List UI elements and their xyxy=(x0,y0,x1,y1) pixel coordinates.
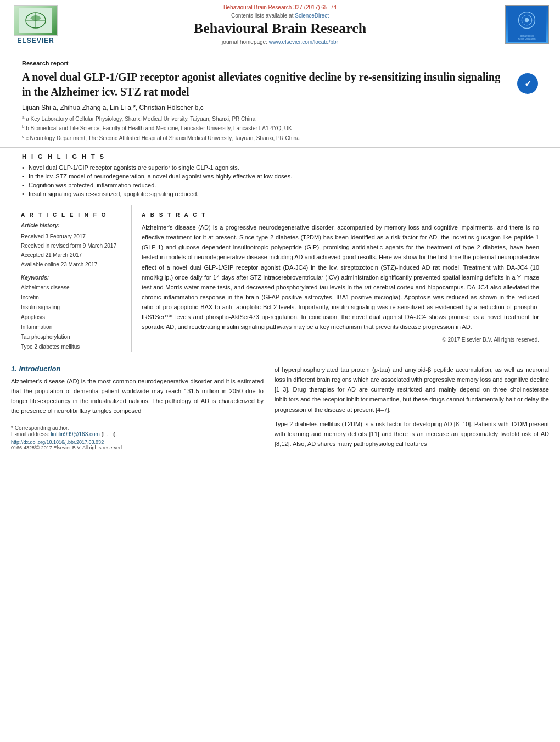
keyword-7: Type 2 diabetes mellitus xyxy=(21,342,123,352)
svg-text:Behavioural: Behavioural xyxy=(520,35,534,37)
footnote-area: * Corresponding author. E-mail address: … xyxy=(11,422,264,450)
article-info-column: A R T I C L E I N F O Article history: R… xyxy=(11,205,132,352)
intro-right-column: of hyperphosphorylated tau protein (p-ta… xyxy=(275,365,549,453)
crossmark-icon: ✓ xyxy=(524,79,531,89)
homepage-link[interactable]: www.elsevier.com/locate/bbr xyxy=(269,39,338,45)
affiliations-list: a a Key Laboratory of Cellular Physiolog… xyxy=(22,114,538,143)
intro-paragraph-1: Alzheimer's disease (AD) is the most com… xyxy=(11,376,264,416)
email-address[interactable]: linlilin999@163.com xyxy=(51,431,100,437)
highlight-item-4: Insulin signaling was re-sensitized, apo… xyxy=(22,191,538,197)
journal-cover-placeholder: Behavioural Brain Research xyxy=(505,5,549,44)
abstract-text: Alzheimer's disease (AD) is a progressiv… xyxy=(142,222,539,332)
article-type-label: Research report xyxy=(22,57,68,66)
intro-paragraph-2: of hyperphosphorylated tau protein (p-ta… xyxy=(275,365,549,415)
abstract-heading: A B S T R A C T xyxy=(142,212,539,218)
authors-line: Lijuan Shi a, Zhihua Zhang a, Lin Li a,*… xyxy=(22,104,538,111)
elsevier-text: ELSEVIER xyxy=(17,37,54,44)
crossmark-badge[interactable]: ✓ xyxy=(517,73,538,94)
page: ELSEVIER Behavioural Brain Research 327 … xyxy=(0,0,560,453)
article-info-abstract-section: A R T I C L E I N F O Article history: R… xyxy=(11,205,549,358)
journal-cover-image: Behavioural Brain Research xyxy=(500,5,549,44)
highlight-item-1: Novel dual GLP-1/GIP receptor agonists a… xyxy=(22,164,538,171)
keyword-4: Apoptosis xyxy=(21,313,123,322)
email-line: E-mail address: linlilin999@163.com (L. … xyxy=(11,431,264,437)
issn-text: 0166-4328/© 2017 Elsevier B.V. All right… xyxy=(11,445,264,450)
article-history-label: Article history: xyxy=(21,222,123,228)
keywords-list: Alzheimer's disease Incretin Insulin sig… xyxy=(21,283,123,352)
email-person: (L. Li). xyxy=(102,431,117,437)
keyword-5: Inflammation xyxy=(21,322,123,332)
keyword-3: Insulin signaling xyxy=(21,303,123,313)
contents-available-text: Contents lists available at ScienceDirec… xyxy=(60,13,500,19)
sciencedirect-link[interactable]: ScienceDirect xyxy=(295,13,329,19)
elsevier-logo-image xyxy=(14,5,58,36)
highlights-list: Novel dual GLP-1/GIP receptor agonists a… xyxy=(22,164,538,197)
article-top-section: Research report A novel dual GLP-1/GIP r… xyxy=(0,51,560,148)
journal-title: Behavioural Brain Research xyxy=(60,20,500,37)
affiliation-b: b b Biomedical and Life Science, Faculty… xyxy=(22,124,538,133)
article-title-row: A novel dual GLP-1/GIP receptor agonist … xyxy=(22,70,538,99)
highlights-section: H I G H L I G H T S Novel dual GLP-1/GIP… xyxy=(22,148,538,205)
keyword-6: Tau phosphorylation xyxy=(21,332,123,342)
highlight-item-3: Cognition was protected, inflammation re… xyxy=(22,182,538,188)
journal-header-center: Behavioural Brain Research 327 (2017) 65… xyxy=(60,4,500,45)
intro-right-body: of hyperphosphorylated tau protein (p-ta… xyxy=(275,365,549,449)
abstract-column: A B S T R A C T Alzheimer's disease (AD)… xyxy=(132,205,549,352)
article-info-heading: A R T I C L E I N F O xyxy=(21,212,123,218)
abstract-copyright: © 2017 Elsevier B.V. All rights reserved… xyxy=(142,337,539,343)
svg-text:Brain Research: Brain Research xyxy=(518,38,536,41)
affiliation-a: a a Key Laboratory of Cellular Physiolog… xyxy=(22,114,538,124)
journal-volume-info: Behavioural Brain Research 327 (2017) 65… xyxy=(60,4,500,10)
article-title: A novel dual GLP-1/GIP receptor agonist … xyxy=(22,70,506,99)
highlight-item-2: In the icv. STZ model of neurodegenerati… xyxy=(22,173,538,180)
journal-homepage: journal homepage: www.elsevier.com/locat… xyxy=(60,39,500,45)
keyword-1: Alzheimer's disease xyxy=(21,283,123,293)
affiliation-c: c c Neurology Department, The Second Aff… xyxy=(22,133,538,143)
available-date: Available online 23 March 2017 xyxy=(21,260,123,269)
corresponding-author-label: * Corresponding author. xyxy=(11,425,264,431)
keyword-2: Incretin xyxy=(21,293,123,303)
revised-date: Received in revised form 9 March 2017 xyxy=(21,241,123,250)
journal-header: ELSEVIER Behavioural Brain Research 327 … xyxy=(0,0,560,51)
intro-paragraph-3: Type 2 diabetes mellitus (T2DM) is a ris… xyxy=(275,419,549,449)
highlights-heading: H I G H L I G H T S xyxy=(22,153,538,160)
introduction-section: 1. Introduction Alzheimer's disease (AD)… xyxy=(0,358,560,453)
received-date: Received 3 February 2017 xyxy=(21,232,123,241)
intro-section-number: 1. Introduction xyxy=(11,365,264,373)
intro-left-column: 1. Introduction Alzheimer's disease (AD)… xyxy=(11,365,264,453)
keywords-section: Keywords: Alzheimer's disease Incretin I… xyxy=(21,275,123,352)
doi-link[interactable]: http://dx.doi.org/10.1016/j.bbr.2017.03.… xyxy=(11,439,264,445)
accepted-date: Accepted 21 March 2017 xyxy=(21,250,123,260)
intro-left-body: Alzheimer's disease (AD) is the most com… xyxy=(11,376,264,416)
elsevier-logo: ELSEVIER xyxy=(11,5,60,44)
article-history-dates: Received 3 February 2017 Received in rev… xyxy=(21,232,123,269)
keywords-label: Keywords: xyxy=(21,275,123,281)
